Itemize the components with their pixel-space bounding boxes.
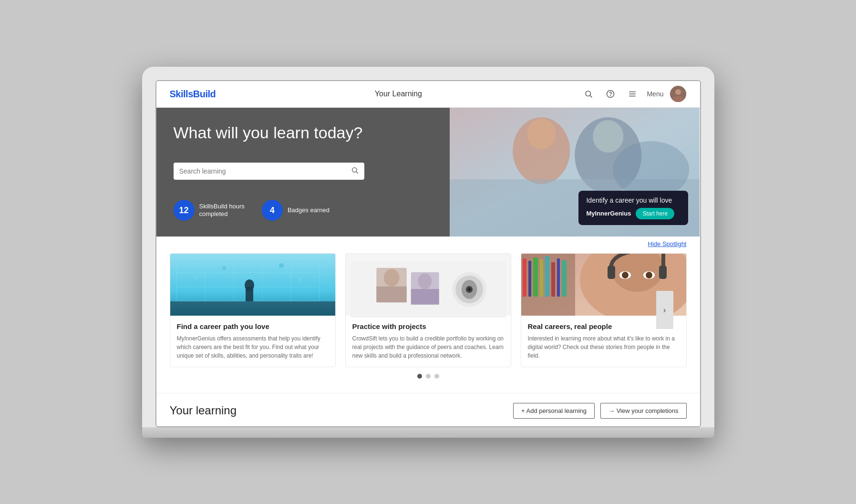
- svg-point-31: [222, 266, 226, 270]
- svg-point-8: [675, 89, 681, 95]
- hero-section: What will you learn today? 12: [156, 108, 700, 237]
- hide-spotlight-row: Hide Spotlight: [170, 237, 687, 253]
- stat-badges: 4 Badges earned: [262, 200, 330, 221]
- hero-image-panel: Identify a career you will love MyInnerG…: [450, 108, 700, 237]
- svg-point-33: [279, 263, 284, 268]
- svg-point-3: [610, 95, 611, 96]
- help-icon-button[interactable]: [603, 86, 618, 102]
- svg-point-28: [245, 279, 254, 291]
- search-input[interactable]: [174, 164, 345, 179]
- hours-label: SkillsBuild hours completed: [199, 203, 245, 219]
- hero-heading: What will you learn today?: [174, 123, 433, 143]
- cards-wrapper: Find a career path you love MyInnerGeniu…: [170, 253, 687, 367]
- hours-circle: 12: [174, 200, 195, 221]
- card-career-desc: MyInnerGenius offers assessments that he…: [177, 334, 329, 360]
- card-projects-image: [346, 254, 511, 316]
- card-projects-title: Practice with projects: [352, 322, 504, 330]
- navbar-icons: Menu: [581, 86, 686, 102]
- user-avatar[interactable]: [670, 86, 686, 102]
- svg-rect-59: [659, 266, 667, 279]
- svg-point-32: [299, 278, 302, 281]
- help-icon: [606, 90, 615, 98]
- search-bar: [174, 163, 364, 180]
- card-career: Find a career path you love MyInnerGeniu…: [170, 253, 336, 367]
- svg-line-11: [356, 172, 358, 174]
- badges-circle: 4: [262, 200, 283, 221]
- svg-point-39: [418, 273, 432, 289]
- spotlight-row: MyInnerGenius Start here: [586, 208, 681, 219]
- card-real-careers-desc: Interested in learning more about what i…: [528, 334, 680, 360]
- svg-rect-55: [562, 260, 567, 297]
- search-submit-icon: [351, 166, 359, 174]
- svg-point-30: [194, 276, 197, 279]
- menu-label[interactable]: Menu: [647, 90, 663, 98]
- hero-left-panel: What will you learn today? 12: [156, 108, 450, 237]
- carousel-dots: [170, 367, 687, 385]
- svg-point-0: [586, 91, 591, 96]
- search-submit-button[interactable]: [345, 163, 364, 180]
- card-projects: Practice with projects CrowdSift lets yo…: [345, 253, 511, 367]
- card-career-title: Find a career path you love: [177, 322, 329, 330]
- hide-spotlight-button[interactable]: Hide Spotlight: [648, 240, 687, 247]
- projects-image-svg: [351, 258, 506, 320]
- card-projects-body: Practice with projects CrowdSift lets yo…: [346, 316, 511, 367]
- cards-section: Hide Spotlight: [156, 237, 700, 393]
- svg-point-36: [383, 269, 399, 286]
- svg-rect-49: [528, 261, 531, 297]
- search-icon-button[interactable]: [581, 86, 596, 102]
- laptop-base: [142, 427, 714, 438]
- svg-rect-51: [540, 259, 543, 297]
- navbar: SkillsBuild Your Learning: [156, 81, 700, 108]
- hamburger-icon: [628, 90, 637, 98]
- carousel-dot-3[interactable]: [434, 374, 439, 379]
- carousel-dot-1[interactable]: [417, 374, 422, 379]
- svg-point-16: [593, 120, 623, 153]
- card-projects-desc: CrowdSift lets you to build a credible p…: [352, 334, 504, 360]
- menu-icon-button[interactable]: [625, 86, 640, 102]
- badges-label: Badges earned: [288, 206, 330, 215]
- svg-rect-29: [170, 301, 335, 316]
- carousel-dot-2[interactable]: [426, 374, 431, 379]
- svg-rect-54: [557, 258, 560, 297]
- stat-hours: 12 SkillsBuild hours completed: [174, 200, 245, 221]
- svg-point-10: [352, 168, 356, 172]
- svg-rect-58: [608, 266, 615, 279]
- cards-grid: Find a career path you love MyInnerGeniu…: [170, 253, 687, 367]
- svg-rect-52: [545, 256, 549, 297]
- svg-point-45: [468, 288, 470, 290]
- svg-rect-50: [533, 257, 538, 297]
- search-icon: [584, 90, 593, 98]
- laptop-frame: SkillsBuild Your Learning: [142, 67, 714, 438]
- svg-point-14: [527, 119, 556, 149]
- spotlight-card: Identify a career you will love MyInnerG…: [578, 191, 688, 225]
- card-career-body: Find a career path you love MyInnerGeniu…: [170, 316, 335, 367]
- page-title: Your Learning: [375, 90, 422, 98]
- card-career-image: [170, 254, 335, 316]
- svg-point-63: [646, 272, 652, 278]
- your-learning-title: Your learning: [170, 404, 237, 417]
- view-completions-button[interactable]: → View your completions: [600, 403, 686, 419]
- svg-point-61: [622, 272, 629, 278]
- spotlight-brand: MyInnerGenius: [586, 210, 631, 217]
- svg-line-1: [590, 95, 592, 97]
- career-image-svg: [170, 254, 335, 316]
- laptop-notch: [400, 433, 457, 436]
- svg-point-18: [613, 141, 689, 198]
- screen: SkillsBuild Your Learning: [155, 80, 701, 427]
- svg-rect-48: [523, 258, 526, 297]
- add-personal-learning-button[interactable]: + Add personal learning: [513, 403, 595, 419]
- your-learning-buttons: + Add personal learning → View your comp…: [513, 403, 686, 419]
- avatar-image: [670, 86, 686, 102]
- carousel-next-button[interactable]: ›: [656, 291, 673, 329]
- spotlight-cta-button[interactable]: Start here: [636, 208, 674, 219]
- svg-rect-40: [411, 289, 439, 305]
- spotlight-title: Identify a career you will love: [586, 196, 681, 204]
- hero-stats: 12 SkillsBuild hours completed 4 Badges …: [174, 200, 433, 221]
- svg-rect-53: [551, 262, 555, 297]
- your-learning-section: Your learning + Add personal learning → …: [156, 393, 700, 426]
- svg-rect-37: [376, 286, 406, 302]
- brand-logo: SkillsBuild: [170, 89, 216, 100]
